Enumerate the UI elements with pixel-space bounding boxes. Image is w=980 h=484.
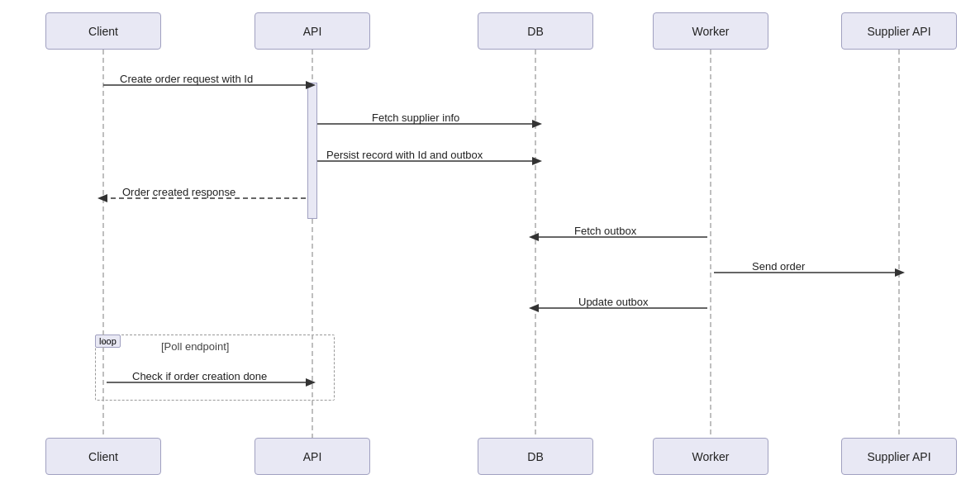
actor-client-top: Client: [45, 12, 161, 50]
svg-marker-11: [532, 157, 542, 165]
svg-marker-13: [98, 194, 107, 202]
actor-worker-top: Worker: [653, 12, 768, 50]
actor-supplier-bottom: Supplier API: [841, 438, 957, 475]
actor-supplier-top: Supplier API: [841, 12, 957, 50]
svg-marker-17: [895, 268, 905, 277]
actor-db-top: DB: [478, 12, 593, 50]
svg-marker-15: [529, 233, 539, 241]
loop-label: loop: [95, 335, 121, 348]
msg5-label: Fetch outbox: [574, 225, 636, 237]
msg7-label: Update outbox: [578, 296, 649, 308]
actor-api-bottom: API: [255, 438, 370, 475]
msg8-label: Check if order creation done: [132, 370, 267, 382]
msg4-label: Order created response: [122, 186, 235, 198]
msg6-label: Send order: [752, 260, 805, 273]
actor-api-top: API: [255, 12, 370, 50]
actor-worker-bottom: Worker: [653, 438, 768, 475]
svg-marker-9: [532, 120, 542, 128]
msg1-label: Create order request with Id: [120, 73, 253, 85]
msg2-label: Fetch supplier info: [372, 112, 459, 124]
actor-client-bottom: Client: [45, 438, 161, 475]
loop-condition: [Poll endpoint]: [161, 340, 229, 353]
msg3-label: Persist record with Id and outbox: [326, 149, 483, 161]
svg-marker-19: [529, 304, 539, 312]
actor-db-bottom: DB: [478, 438, 593, 475]
sequence-diagram: Client API DB Worker Supplier API Client…: [0, 0, 980, 484]
api-activation: [307, 83, 317, 219]
